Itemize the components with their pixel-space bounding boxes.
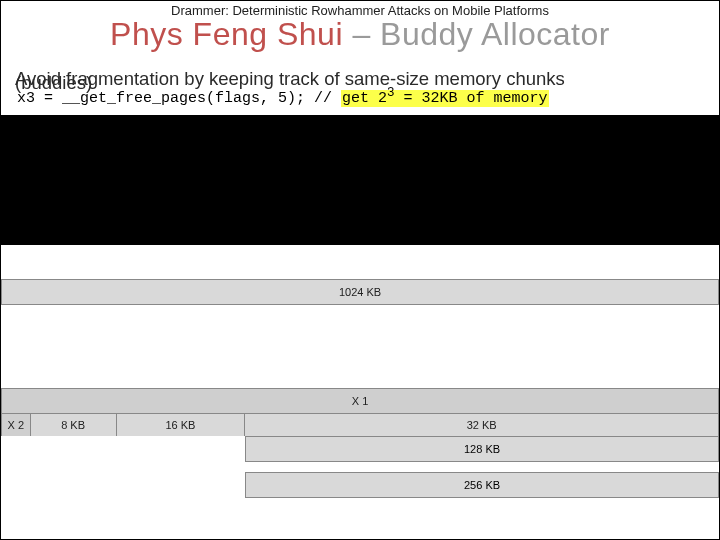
row-128: 128 KB [1, 436, 719, 462]
cell-32kb: 32 KB [245, 414, 718, 436]
row-256: 256 KB [1, 472, 719, 498]
cell-x1: X 1 [2, 389, 718, 413]
row-1024: 1024 KB [1, 279, 719, 305]
cell-8kb: 8 KB [31, 414, 117, 436]
black-band [1, 115, 719, 245]
slide: Drammer: Deterministic Rowhammer Attacks… [0, 0, 720, 540]
cell-16kb: 16 KB [117, 414, 246, 436]
cell-128: 128 KB [245, 436, 719, 462]
body: Avoid fragmentation by keeping track of … [1, 53, 719, 109]
cell-1024: 1024 KB [2, 280, 718, 304]
blank-left-2 [1, 472, 245, 498]
cell-256: 256 KB [245, 472, 719, 498]
title-sep: – [343, 16, 380, 52]
row-x1: X 1 [1, 388, 719, 414]
title-part-b: Buddy Allocator [380, 16, 610, 52]
code-block: (buddies) x3 = __get_free_pages(flags, 5… [15, 84, 705, 109]
row-bottom-split: X 2 8 KB 16 KB 32 KB [1, 413, 719, 437]
buddy-diagram: 1024 KB X 1 X 2 8 KB 16 KB 32 KB 128 KB … [1, 279, 719, 498]
code-highlight: get 23 = 32KB of memory [341, 90, 549, 107]
buddies-text: (buddies) [15, 72, 92, 94]
code-line: x3 = __get_free_pages(flags, 5); // get … [15, 84, 705, 109]
slide-title: Phys Feng Shui – Buddy Allocator [1, 16, 719, 53]
code-sup: 3 [387, 86, 395, 100]
title-part-a: Phys Feng Shui [110, 16, 343, 52]
blank-left [1, 436, 245, 462]
cell-x2: X 2 [2, 414, 31, 436]
